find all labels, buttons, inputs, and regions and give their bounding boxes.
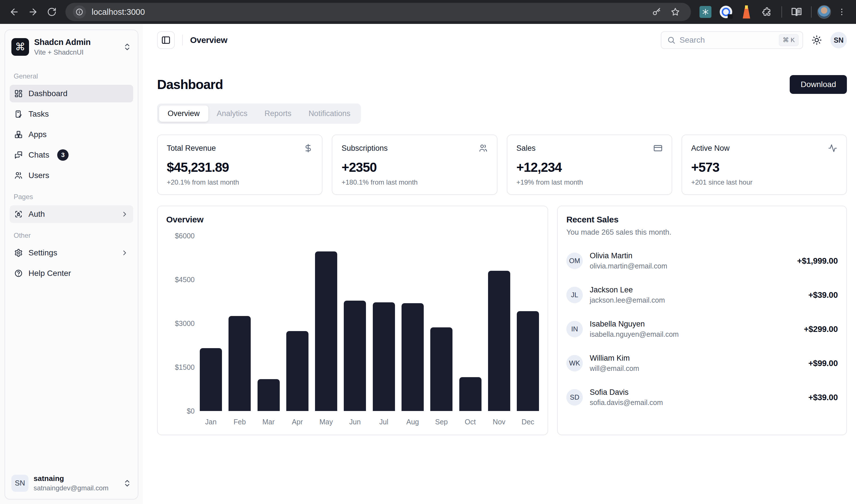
sale-amount: +$1,999.00 bbox=[797, 256, 838, 266]
password-key-icon[interactable] bbox=[652, 7, 661, 17]
search-icon bbox=[667, 36, 676, 44]
sidebar-toggle-button[interactable] bbox=[157, 31, 175, 49]
chart-bar-jan[interactable] bbox=[200, 348, 222, 411]
extensions-puzzle-icon[interactable] bbox=[761, 5, 773, 18]
users-icon bbox=[14, 171, 23, 180]
sidebar-item-chats[interactable]: Chats3 bbox=[10, 146, 133, 164]
search-input[interactable] bbox=[680, 36, 775, 44]
profile-avatar[interactable] bbox=[817, 5, 831, 19]
x-axis-label: Jun bbox=[344, 418, 366, 426]
team-name: Shadcn Admin bbox=[34, 38, 118, 47]
chats-icon bbox=[14, 151, 23, 159]
site-info-icon[interactable] bbox=[73, 5, 86, 18]
chart-bar-jul[interactable] bbox=[373, 302, 395, 411]
download-button[interactable]: Download bbox=[790, 75, 847, 94]
sale-name: William Kim bbox=[590, 354, 639, 363]
sidebar-user-menu[interactable]: SN satnaing satnaingdev@gmail.com bbox=[5, 467, 138, 499]
sale-amount: +$299.00 bbox=[804, 325, 838, 334]
sale-email: olivia.martin@email.com bbox=[590, 262, 667, 270]
stat-title: Sales bbox=[517, 144, 536, 153]
sidebar-item-users[interactable]: Users bbox=[10, 167, 133, 184]
tab-overview[interactable]: Overview bbox=[159, 106, 208, 122]
stat-change: +201 since last hour bbox=[691, 178, 837, 186]
reload-icon[interactable] bbox=[44, 4, 60, 20]
reading-list-book-icon[interactable] bbox=[790, 5, 803, 18]
stat-title: Total Revenue bbox=[167, 144, 216, 153]
kebab-menu-icon[interactable] bbox=[834, 4, 850, 20]
sale-row: JLJackson Leejackson.lee@email.com+$39.0… bbox=[566, 286, 838, 304]
chart-bar-dec[interactable] bbox=[517, 311, 539, 411]
stat-card-total-revenue: Total Revenue$45,231.89+20.1% from last … bbox=[157, 134, 322, 195]
y-axis-tick: $3000 bbox=[166, 319, 195, 328]
chart-bar-sep[interactable] bbox=[430, 327, 453, 411]
tab-analytics[interactable]: Analytics bbox=[208, 106, 256, 122]
sale-email: sofia.davis@email.com bbox=[590, 398, 663, 407]
sale-row: OMOlivia Martinolivia.martin@email.com+$… bbox=[566, 251, 838, 270]
stat-card-subscriptions: Subscriptions+2350+180.1% from last mont… bbox=[332, 134, 497, 195]
chevrons-up-down-icon bbox=[123, 43, 132, 51]
chart-bar-apr[interactable] bbox=[286, 331, 309, 411]
browser-chrome: localhost:3000 bbox=[0, 0, 856, 24]
extension-1password-icon[interactable] bbox=[719, 5, 733, 18]
stat-card-active-now: Active Now+573+201 since last hour bbox=[682, 134, 847, 195]
help-icon bbox=[14, 269, 23, 277]
sidebar-item-apps[interactable]: Apps bbox=[10, 126, 133, 143]
header-divider bbox=[182, 35, 183, 46]
chart-bar-oct[interactable] bbox=[459, 377, 482, 411]
extension-lighthouse-icon[interactable] bbox=[740, 5, 753, 18]
x-axis-label: May bbox=[315, 418, 337, 426]
user-email: satnaingdev@gmail.com bbox=[34, 484, 118, 492]
sale-avatar: OM bbox=[566, 253, 583, 269]
sidebar-item-auth[interactable]: Auth bbox=[10, 205, 133, 223]
sidebar-item-settings[interactable]: Settings bbox=[10, 244, 133, 262]
sale-row: SDSofia Davissofia.davis@email.com+$39.0… bbox=[566, 388, 838, 407]
sale-amount: +$39.00 bbox=[808, 393, 838, 402]
extension-teal-icon[interactable] bbox=[699, 5, 712, 18]
sidebar-item-tasks[interactable]: Tasks bbox=[10, 105, 133, 123]
x-axis-label: Jan bbox=[200, 418, 222, 426]
sidebar-item-help-center[interactable]: Help Center bbox=[10, 265, 133, 282]
sidebar-item-dashboard[interactable]: Dashboard bbox=[10, 85, 133, 102]
chart-bar-mar[interactable] bbox=[258, 379, 280, 411]
chart-bar-nov[interactable] bbox=[488, 271, 510, 411]
sale-amount: +$39.00 bbox=[808, 290, 838, 300]
chart-bar-aug[interactable] bbox=[402, 303, 424, 411]
stat-value: +12,234 bbox=[517, 160, 663, 175]
chats-count-badge: 3 bbox=[57, 149, 69, 161]
x-axis-label: Aug bbox=[402, 418, 424, 426]
sale-name: Isabella Nguyen bbox=[590, 320, 679, 328]
chevron-right-icon bbox=[121, 210, 129, 218]
sale-name: Jackson Lee bbox=[590, 286, 665, 294]
overview-chart-card: Overview $0$1500$3000$4500$6000 JanFebMa… bbox=[157, 205, 548, 435]
x-axis-label: Jul bbox=[373, 418, 395, 426]
top-header: Overview ⌘ K SN bbox=[143, 24, 856, 49]
back-arrow-icon[interactable] bbox=[6, 4, 22, 20]
header-avatar[interactable]: SN bbox=[831, 32, 847, 48]
activity-icon bbox=[828, 144, 837, 153]
chart-bar-feb[interactable] bbox=[228, 316, 251, 411]
address-bar[interactable]: localhost:3000 bbox=[66, 3, 691, 21]
credit-card-icon bbox=[653, 144, 663, 153]
bar-chart: $0$1500$3000$4500$6000 JanFebMarAprMayJu… bbox=[166, 236, 539, 426]
bookmark-star-icon[interactable] bbox=[670, 7, 680, 17]
sidebar-item-label: Auth bbox=[29, 210, 45, 219]
sidebar-item-label: Dashboard bbox=[29, 89, 67, 98]
forward-arrow-icon[interactable] bbox=[25, 4, 41, 20]
search-box[interactable]: ⌘ K bbox=[661, 31, 803, 49]
tab-notifications[interactable]: Notifications bbox=[300, 106, 359, 122]
chart-bars bbox=[200, 236, 539, 411]
sale-amount: +$99.00 bbox=[808, 359, 838, 368]
chart-bar-may[interactable] bbox=[315, 251, 337, 411]
tab-reports[interactable]: Reports bbox=[256, 106, 300, 122]
page-content: Dashboard Download OverviewAnalyticsRepo… bbox=[143, 75, 856, 435]
stat-change: +180.1% from last month bbox=[342, 178, 488, 186]
sidebar-item-label: Chats bbox=[29, 150, 49, 160]
sale-email: will@email.com bbox=[590, 364, 639, 373]
x-axis-label: Mar bbox=[258, 418, 280, 426]
sidebar-rail: ⌘ Shadcn Admin Vite + ShadcnUI GeneralDa… bbox=[0, 24, 143, 504]
team-switcher[interactable]: ⌘ Shadcn Admin Vite + ShadcnUI bbox=[5, 30, 138, 64]
chart-bar-jun[interactable] bbox=[344, 301, 366, 411]
nav-group-label: Other bbox=[14, 232, 129, 239]
theme-toggle-button[interactable] bbox=[811, 35, 822, 45]
sale-avatar: SD bbox=[566, 389, 583, 406]
